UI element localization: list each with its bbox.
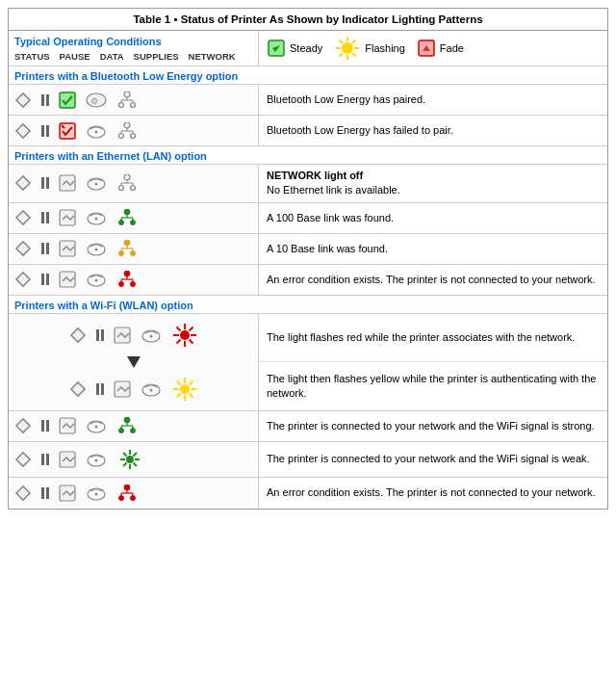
svg-point-77 xyxy=(119,282,124,287)
row-description: A 100 Base link was found. xyxy=(267,211,394,225)
svg-line-128 xyxy=(134,453,138,457)
icons-cell xyxy=(9,411,259,441)
description-cell: Bluetooth Low Energy has paired. xyxy=(259,85,607,115)
svg-line-103 xyxy=(189,393,192,397)
svg-point-35 xyxy=(131,133,136,138)
icons-cell xyxy=(9,165,259,202)
pause-icon xyxy=(41,177,49,189)
description-cell: The printer is connected to your network… xyxy=(259,442,607,477)
table-title: Table 1 • Status of Printer As Shown by … xyxy=(9,9,607,31)
row-description: No Ethernet link is available. xyxy=(267,183,400,197)
legend-flashing: Flashing xyxy=(334,35,405,62)
svg-line-129 xyxy=(123,462,127,466)
col-network: NETWORK xyxy=(189,51,236,62)
description-cell: Bluetooth Low Energy has failed to pair. xyxy=(259,116,607,145)
description-cell: The printer is connected to your network… xyxy=(259,411,607,441)
description-cell: NETWORK light off No Ethernet link is av… xyxy=(259,165,607,202)
col-supplies: SUPPLIES xyxy=(134,51,179,62)
svg-point-72 xyxy=(95,279,98,282)
svg-line-102 xyxy=(176,380,180,384)
svg-line-92 xyxy=(176,339,180,343)
svg-point-73 xyxy=(124,271,130,276)
svg-rect-58 xyxy=(16,242,30,255)
svg-point-28 xyxy=(95,130,98,133)
arrow-down-icon xyxy=(127,354,141,370)
icons-cell xyxy=(9,478,259,509)
typical-header: Typical Operating Conditions xyxy=(14,34,252,48)
pause-icon xyxy=(41,243,49,254)
icons-cell xyxy=(9,234,259,264)
description-cell: An error condition exists. The printer i… xyxy=(259,478,607,509)
svg-line-9 xyxy=(352,40,356,44)
row-description: NETWORK light off xyxy=(267,169,400,183)
row-description: An error condition exists. The printer i… xyxy=(267,485,596,500)
svg-point-46 xyxy=(131,186,136,191)
wifi-double-row: The light flashes red while the printer … xyxy=(9,314,607,411)
icons-cell xyxy=(9,116,259,145)
col-pause: PAUSE xyxy=(60,51,90,62)
legend-steady: Steady xyxy=(267,39,322,58)
row-description: The printer is connected to your network… xyxy=(267,452,590,466)
svg-point-96 xyxy=(149,388,152,391)
svg-point-50 xyxy=(95,218,98,221)
svg-point-2 xyxy=(342,42,353,54)
svg-point-116 xyxy=(131,429,136,433)
svg-rect-130 xyxy=(16,486,30,500)
description-cell: A 100 Base link was found. xyxy=(259,203,607,233)
svg-point-121 xyxy=(126,456,134,463)
table-row: The printer is connected to your network… xyxy=(9,442,607,478)
pause-icon xyxy=(41,420,49,432)
svg-point-17 xyxy=(124,92,130,97)
description-cell: The light flashes red while the printer … xyxy=(259,314,607,410)
svg-point-61 xyxy=(95,249,98,251)
legend-fade: Fade xyxy=(417,39,464,58)
svg-line-105 xyxy=(176,393,180,397)
icons-cell xyxy=(9,442,259,477)
svg-line-89 xyxy=(176,327,180,330)
svg-point-83 xyxy=(149,334,152,337)
row-description: The light flashes red while the printer … xyxy=(267,330,575,345)
svg-rect-14 xyxy=(60,92,75,108)
svg-point-138 xyxy=(119,495,124,500)
svg-point-40 xyxy=(124,174,130,180)
svg-point-140 xyxy=(131,495,136,500)
svg-rect-117 xyxy=(16,453,30,466)
pause-icon xyxy=(41,94,49,106)
description-cell: A 10 Base link was found. xyxy=(259,234,607,264)
row-description: Bluetooth Low Energy has failed to pair. xyxy=(267,123,453,138)
table-row: The printer is connected to your network… xyxy=(9,411,607,442)
row-description: The light then flashes yellow while the … xyxy=(267,372,600,402)
row-description: An error condition exists. The printer i… xyxy=(267,273,596,287)
row-description: A 10 Base link was found. xyxy=(267,242,388,256)
main-table: Table 1 • Status of Printer As Shown by … xyxy=(8,8,608,510)
table-row: A 100 Base link was found. xyxy=(9,203,607,234)
flashing-label: Flashing xyxy=(365,42,405,54)
ethernet-header: Printers with an Ethernet (LAN) option xyxy=(9,146,607,165)
pause-icon xyxy=(41,487,49,499)
svg-point-23 xyxy=(131,102,136,107)
pause-icon xyxy=(96,383,104,395)
icons-cell xyxy=(9,314,259,410)
svg-point-29 xyxy=(124,122,130,128)
wifi-header: Printers with a Wi-Fi (WLAN) option xyxy=(9,296,607,314)
pause-icon xyxy=(41,274,49,285)
steady-label: Steady xyxy=(290,42,322,54)
svg-point-55 xyxy=(119,221,124,225)
svg-point-44 xyxy=(119,186,124,191)
svg-point-62 xyxy=(124,240,130,246)
svg-rect-24 xyxy=(16,123,30,137)
table-row: ⚙ Bluetooth Low Energy has paired. xyxy=(9,85,607,116)
svg-rect-80 xyxy=(70,328,84,342)
table-row: A 10 Base link was found. xyxy=(9,234,607,265)
svg-rect-47 xyxy=(16,211,30,224)
col-status: STATUS xyxy=(14,51,50,62)
pause-icon xyxy=(41,212,49,223)
svg-point-133 xyxy=(95,492,98,495)
svg-point-33 xyxy=(119,133,124,138)
pause-icon xyxy=(41,125,49,137)
table-row: Bluetooth Low Energy has failed to pair. xyxy=(9,116,607,146)
svg-rect-36 xyxy=(16,176,30,190)
table-row: NETWORK light off No Ethernet link is av… xyxy=(9,165,607,203)
svg-point-114 xyxy=(119,429,124,433)
pause-icon xyxy=(96,329,104,341)
